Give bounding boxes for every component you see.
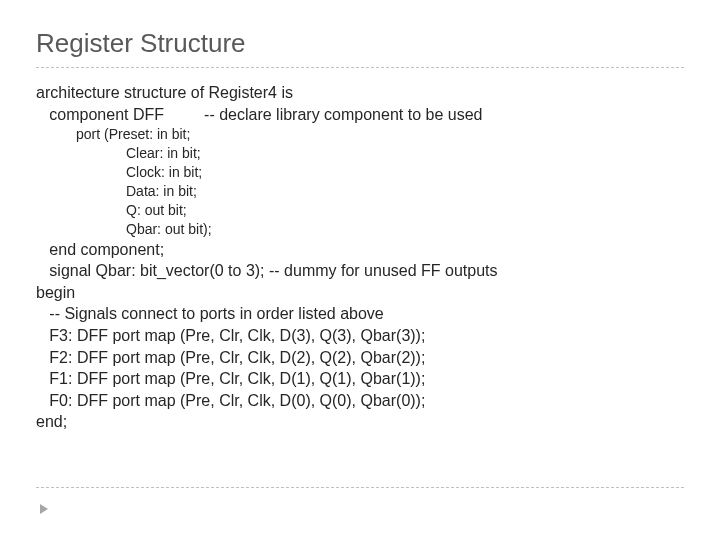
code-line: begin (36, 282, 684, 304)
code-line: Qbar: out bit); (36, 220, 684, 239)
code-line: -- Signals connect to ports in order lis… (36, 303, 684, 325)
next-arrow-icon (40, 504, 48, 514)
code-line: Data: in bit; (36, 182, 684, 201)
page-title: Register Structure (36, 28, 684, 59)
title-underline (36, 67, 684, 68)
bottom-rule (36, 487, 684, 488)
code-line: component DFF -- declare library compone… (36, 104, 684, 126)
slide: Register Structure architecture structur… (0, 0, 720, 540)
code-block: architecture structure of Register4 is c… (36, 82, 684, 433)
code-line: F2: DFF port map (Pre, Clr, Clk, D(2), Q… (36, 347, 684, 369)
code-line: port (Preset: in bit; (36, 125, 684, 144)
code-line: F0: DFF port map (Pre, Clr, Clk, D(0), Q… (36, 390, 684, 412)
code-line: F1: DFF port map (Pre, Clr, Clk, D(1), Q… (36, 368, 684, 390)
code-line: F3: DFF port map (Pre, Clr, Clk, D(3), Q… (36, 325, 684, 347)
code-line: end component; (36, 239, 684, 261)
code-line: architecture structure of Register4 is (36, 82, 684, 104)
code-line: Clear: in bit; (36, 144, 684, 163)
port-block: port (Preset: in bit; Clear: in bit; Clo… (36, 125, 684, 238)
code-line: signal Qbar: bit_vector(0 to 3); -- dumm… (36, 260, 684, 282)
code-line: Q: out bit; (36, 201, 684, 220)
code-line: end; (36, 411, 684, 433)
code-line: Clock: in bit; (36, 163, 684, 182)
